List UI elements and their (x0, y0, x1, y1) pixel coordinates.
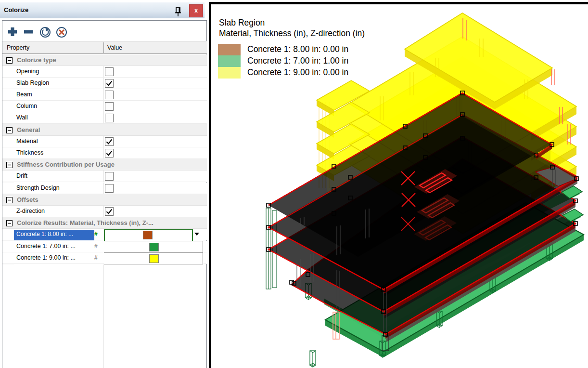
svg-text:Concrete 1: 7.00 in: 1.00 in: Concrete 1: 7.00 in: 1.00 in (247, 56, 348, 66)
svg-text:Material, Thickness (in), Z-di: Material, Thickness (in), Z-direction (i… (219, 28, 365, 38)
svg-text:Slab Region: Slab Region (219, 18, 265, 27)
svg-text:Concrete 1: 9.00 in: 0.00 in: Concrete 1: 9.00 in: 0.00 in (247, 67, 348, 77)
svg-text:Concrete 1: 8.00 in: 0.00 in: Concrete 1: 8.00 in: 0.00 in (247, 44, 348, 54)
